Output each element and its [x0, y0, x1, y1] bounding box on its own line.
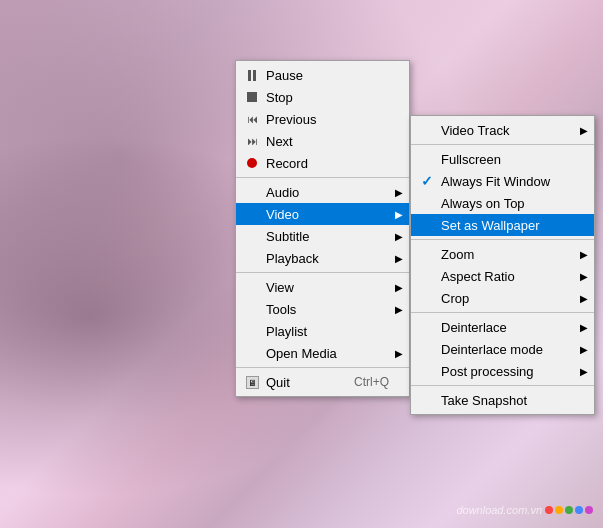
menu-label-stop: Stop: [266, 90, 293, 105]
submenu-label-always-fit: Always Fit Window: [441, 174, 550, 189]
submenu-item-aspect-ratio[interactable]: Aspect Ratio ▶: [411, 265, 594, 287]
video-submenu: Video Track ▶ Fullscreen ✓ Always Fit Wi…: [410, 115, 595, 415]
dot-3: [565, 506, 573, 514]
menu-item-tools[interactable]: Tools ▶: [236, 298, 409, 320]
arrow-icon-playback: ▶: [395, 253, 403, 264]
main-context-menu: Pause Stop ⏮ Previous ⏭ Next: [235, 60, 410, 397]
menu-label-next: Next: [266, 134, 293, 149]
menu-label-subtitle: Subtitle: [266, 229, 309, 244]
quit-icon: 🖥: [242, 376, 262, 389]
menu-label-pause: Pause: [266, 68, 303, 83]
submenu-sep-2: [411, 239, 594, 240]
menu-item-quit[interactable]: 🖥 Quit Ctrl+Q: [236, 371, 409, 393]
submenu-label-crop: Crop: [441, 291, 469, 306]
arrow-icon: ▶: [395, 187, 403, 198]
menu-label-view: View: [266, 280, 294, 295]
menu-item-next[interactable]: ⏭ Next: [236, 130, 409, 152]
menu-item-video[interactable]: Video ▶: [236, 203, 409, 225]
submenu-label-video-track: Video Track: [441, 123, 509, 138]
submenu-item-always-on-top[interactable]: Always on Top: [411, 192, 594, 214]
arrow-icon-deinterlace: ▶: [580, 322, 588, 333]
menu-item-record[interactable]: Record: [236, 152, 409, 174]
arrow-icon-crop: ▶: [580, 293, 588, 304]
menu-label-playlist: Playlist: [266, 324, 307, 339]
dot-4: [575, 506, 583, 514]
submenu-item-post-processing[interactable]: Post processing ▶: [411, 360, 594, 382]
arrow-icon-aspect-ratio: ▶: [580, 271, 588, 282]
menu-label-record: Record: [266, 156, 308, 171]
arrow-icon-zoom: ▶: [580, 249, 588, 260]
submenu-item-always-fit[interactable]: ✓ Always Fit Window: [411, 170, 594, 192]
menu-item-playlist[interactable]: Playlist: [236, 320, 409, 342]
submenu-item-crop[interactable]: Crop ▶: [411, 287, 594, 309]
arrow-icon-tools: ▶: [395, 304, 403, 315]
menu-item-stop[interactable]: Stop: [236, 86, 409, 108]
submenu-label-deinterlace: Deinterlace: [441, 320, 507, 335]
arrow-icon-video: ▶: [395, 209, 403, 220]
arrow-icon-deinterlace-mode: ▶: [580, 344, 588, 355]
dot-5: [585, 506, 593, 514]
submenu-sep-3: [411, 312, 594, 313]
submenu-item-set-wallpaper[interactable]: Set as Wallpaper: [411, 214, 594, 236]
menu-label-previous: Previous: [266, 112, 317, 127]
context-menu-container: Pause Stop ⏮ Previous ⏭ Next: [235, 60, 595, 415]
next-icon: ⏭: [242, 135, 262, 147]
submenu-label-always-on-top: Always on Top: [441, 196, 525, 211]
submenu-label-fullscreen: Fullscreen: [441, 152, 501, 167]
submenu-label-aspect-ratio: Aspect Ratio: [441, 269, 515, 284]
arrow-icon-open-media: ▶: [395, 348, 403, 359]
submenu-sep-1: [411, 144, 594, 145]
arrow-icon-subtitle: ▶: [395, 231, 403, 242]
submenu-label-deinterlace-mode: Deinterlace mode: [441, 342, 543, 357]
dot-1: [545, 506, 553, 514]
submenu-sep-4: [411, 385, 594, 386]
arrow-icon-view: ▶: [395, 282, 403, 293]
menu-label-video: Video: [266, 207, 299, 222]
quit-shortcut: Ctrl+Q: [334, 375, 389, 389]
watermark: download.com.vn: [456, 504, 593, 516]
submenu-item-zoom[interactable]: Zoom ▶: [411, 243, 594, 265]
submenu-item-deinterlace-mode[interactable]: Deinterlace mode ▶: [411, 338, 594, 360]
submenu-label-take-snapshot: Take Snapshot: [441, 393, 527, 408]
submenu-label-post-processing: Post processing: [441, 364, 534, 379]
separator-2: [236, 272, 409, 273]
separator-1: [236, 177, 409, 178]
menus-wrapper: Pause Stop ⏮ Previous ⏭ Next: [235, 60, 595, 415]
menu-item-open-media[interactable]: Open Media ▶: [236, 342, 409, 364]
record-icon: [242, 158, 262, 168]
menu-item-pause[interactable]: Pause: [236, 64, 409, 86]
arrow-icon-post-processing: ▶: [580, 366, 588, 377]
menu-item-view[interactable]: View ▶: [236, 276, 409, 298]
submenu-item-fullscreen[interactable]: Fullscreen: [411, 148, 594, 170]
check-icon: ✓: [417, 173, 437, 189]
watermark-dots: [545, 506, 593, 514]
pause-icon: [242, 70, 262, 81]
submenu-label-zoom: Zoom: [441, 247, 474, 262]
prev-icon: ⏮: [242, 113, 262, 125]
submenu-item-deinterlace[interactable]: Deinterlace ▶: [411, 316, 594, 338]
menu-item-subtitle[interactable]: Subtitle ▶: [236, 225, 409, 247]
menu-item-playback[interactable]: Playback ▶: [236, 247, 409, 269]
menu-label-tools: Tools: [266, 302, 296, 317]
submenu-item-video-track[interactable]: Video Track ▶: [411, 119, 594, 141]
menu-label-audio: Audio: [266, 185, 299, 200]
separator-3: [236, 367, 409, 368]
arrow-icon-video-track: ▶: [580, 125, 588, 136]
submenu-label-set-wallpaper: Set as Wallpaper: [441, 218, 540, 233]
menu-label-open-media: Open Media: [266, 346, 337, 361]
menu-label-quit: Quit: [266, 375, 290, 390]
submenu-item-take-snapshot[interactable]: Take Snapshot: [411, 389, 594, 411]
menu-label-playback: Playback: [266, 251, 319, 266]
dot-2: [555, 506, 563, 514]
menu-item-previous[interactable]: ⏮ Previous: [236, 108, 409, 130]
watermark-text: download.com.vn: [456, 504, 542, 516]
stop-icon: [242, 92, 262, 102]
menu-item-audio[interactable]: Audio ▶: [236, 181, 409, 203]
